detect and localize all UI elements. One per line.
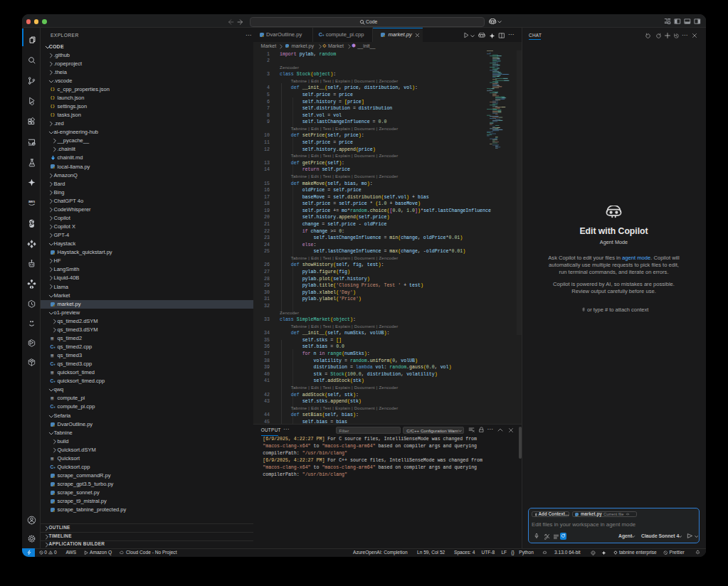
svg-text:aws: aws: [28, 201, 34, 204]
